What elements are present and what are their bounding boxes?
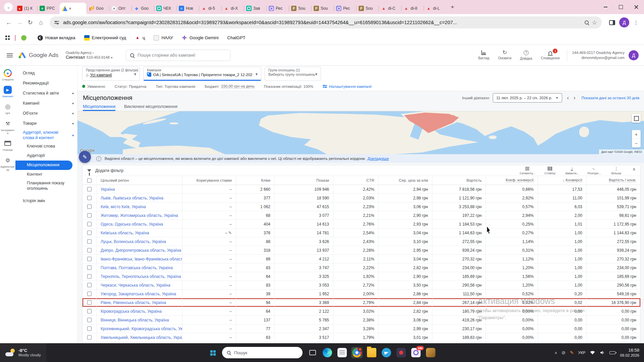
previous-range-button[interactable]: ‹ xyxy=(567,95,569,101)
row-checkbox[interactable] xyxy=(87,257,92,261)
bid-adjustment-cell[interactable]: – xyxy=(182,333,236,342)
column-header[interactable]: Коригування ставки xyxy=(182,176,236,185)
minimize-button[interactable] xyxy=(598,0,613,14)
region-link[interactable]: Тернопіль, Тернопільська область, Україн… xyxy=(97,272,182,281)
table-row[interactable]: Івано-Франківськ, Івано-Франківська обла… xyxy=(83,255,640,263)
browser-tab[interactable]: Рес xyxy=(266,3,289,14)
do-not-disturb-icon[interactable]: ⊘ xyxy=(561,350,566,355)
table-row[interactable]: Полтава, Полтавська область, Україна – 8… xyxy=(83,263,640,272)
browser-tab[interactable]: di-X xyxy=(221,3,244,14)
row-checkbox[interactable] xyxy=(87,204,92,209)
browser-tab[interactable]: Sou xyxy=(356,3,379,14)
browser-tab[interactable]: di-5 xyxy=(199,3,221,14)
taskbar-app-icon[interactable]: 180 xyxy=(410,347,422,358)
taskbar-app-icon[interactable] xyxy=(351,347,363,358)
bid-adjustment-cell[interactable]: – xyxy=(182,298,236,307)
bookmark-item[interactable]: НААУ xyxy=(154,35,173,41)
account-dropdown-icon[interactable]: ▾ xyxy=(111,56,113,59)
view-button[interactable]: Вигляд xyxy=(478,50,489,60)
browser-tab[interactable]: di-8 xyxy=(401,3,424,14)
region-link[interactable]: Івано-Франківськ, Івано-Франківська обла… xyxy=(97,255,182,263)
browser-tab[interactable] xyxy=(60,3,87,14)
account-switcher[interactable]: Osadchiy Agency › Синтезал510-453-9148▾ xyxy=(66,51,112,60)
column-header[interactable]: Вартість xyxy=(432,176,486,185)
back-button[interactable]: ← xyxy=(3,17,14,28)
url-bar[interactable]: ads.google.com/aw/locations?campaignId=2… xyxy=(50,16,602,28)
nav-item[interactable]: Історія змін xyxy=(15,196,77,206)
enabled-status[interactable]: Увімкнено xyxy=(87,84,105,88)
close-button[interactable] xyxy=(629,0,644,14)
zoom-icon[interactable] xyxy=(585,20,589,24)
rail-item[interactable]: Адміністратор xyxy=(0,156,15,171)
date-range-dropdown[interactable]: 11 лют. 2025 р. – 22 січ. 2026 р.▼ xyxy=(493,93,562,103)
region-link[interactable]: Ужгород, Закарпатська область, Україна xyxy=(97,290,182,298)
table-row[interactable]: Дніпро, Дніпропетровська область, Україн… xyxy=(83,246,640,255)
region-link[interactable]: Луцьк, Волинська область, Україна xyxy=(97,237,182,246)
browser-tab[interactable]: Рес xyxy=(334,3,356,14)
new-tab-button[interactable]: + xyxy=(448,3,457,11)
browser-profile-avatar[interactable]: Д xyxy=(619,17,629,27)
region-link[interactable]: Одеса, Одеська область, Україна xyxy=(97,220,182,228)
rail-item[interactable]: Інструменти xyxy=(0,120,15,135)
battery-icon[interactable] xyxy=(609,351,615,354)
nav-item[interactable]: Об'єкти ▾ xyxy=(15,109,77,119)
rail-item[interactable]: Цілі xyxy=(0,103,15,115)
row-checkbox[interactable] xyxy=(87,326,92,331)
region-link[interactable]: Київська область, Україна xyxy=(97,229,182,237)
table-row[interactable]: Тернопіль, Тернопільська область, Україн… xyxy=(83,272,640,281)
browser-tab[interactable]: ЧЕК xyxy=(154,3,176,14)
row-checkbox[interactable] xyxy=(87,265,92,270)
bookmark-item[interactable]: ChatGPT xyxy=(227,35,246,40)
bid-adjustment-cell[interactable]: – xyxy=(182,211,236,220)
bid-adjustment-cell[interactable]: – xyxy=(182,220,236,228)
side-panel-icon[interactable] xyxy=(609,20,615,25)
site-info-icon[interactable] xyxy=(54,20,59,24)
region-link[interactable]: Львів, Львівська область, Україна xyxy=(97,194,182,202)
table-row[interactable]: Рівне, Рівненська область, Україна – 94 … xyxy=(83,298,640,307)
ads-profile-avatar[interactable]: Д xyxy=(629,50,639,60)
browser-tab[interactable]: Sou xyxy=(311,3,334,14)
table-row[interactable]: Черкаси, Черкаська область, Україна – 83… xyxy=(83,281,640,290)
table-action-button[interactable]: Розгорн... xyxy=(587,166,601,175)
forward-button[interactable]: → xyxy=(14,17,25,28)
nav-item[interactable]: Ключові слова xyxy=(15,142,77,151)
rail-item[interactable]: Платежі xyxy=(0,139,15,152)
refresh-data-button[interactable]: ↻Оновити xyxy=(498,50,512,60)
table-action-button[interactable]: Сегменту... xyxy=(520,166,535,175)
browser-tab[interactable]: di-L xyxy=(424,3,446,14)
taskbar-app-icon[interactable] xyxy=(395,347,407,358)
rail-item[interactable]: Створити xyxy=(0,69,15,81)
table-row[interactable]: Кіровоградська область, Україна – 64 2 1… xyxy=(83,307,640,316)
browser-tab[interactable]: (1) К xyxy=(15,3,37,14)
edit-locations-fab[interactable]: ✎ xyxy=(79,151,91,163)
bid-adjustment-cell[interactable]: – xyxy=(182,185,236,193)
zoom-out-button[interactable]: − xyxy=(632,139,641,147)
column-header[interactable]: CTR xyxy=(333,176,379,185)
map-fullscreen-button[interactable] xyxy=(632,114,641,123)
row-checkbox[interactable] xyxy=(87,283,92,287)
row-checkbox[interactable] xyxy=(87,239,92,244)
tab-search-button[interactable]: ⌄ xyxy=(4,3,13,11)
table-row[interactable]: Хмельницький, Хмельницька область, Украї… xyxy=(83,333,640,342)
table-action-button[interactable]: Більше xyxy=(609,166,624,175)
row-checkbox[interactable] xyxy=(87,274,92,279)
table-action-button[interactable]: Заванта... xyxy=(565,166,579,175)
table-row[interactable]: Вінниця, Вінницька область, Україна – 13… xyxy=(83,316,640,324)
taskbar-app-icon[interactable] xyxy=(366,347,377,358)
browser-tab[interactable]: Нов xyxy=(176,3,199,14)
region-link[interactable]: Кропивницький, Кіровоградська область, У… xyxy=(97,324,182,333)
bid-adjustment-cell[interactable]: – xyxy=(182,202,236,211)
table-row[interactable]: Ужгород, Закарпатська область, Україна –… xyxy=(83,290,640,298)
table-row[interactable]: Київська область, Україна – ✎ 376 14 781… xyxy=(83,229,640,237)
table-row[interactable]: Одеса, Одеська область, Україна – 404 14… xyxy=(83,220,640,229)
taskbar-app-icon[interactable] xyxy=(425,347,436,358)
table-row[interactable]: Луцьк, Волинська область, Україна – 88 3… xyxy=(83,237,640,246)
row-checkbox[interactable] xyxy=(87,309,92,313)
region-link[interactable]: Кіровоградська область, Україна xyxy=(97,307,182,315)
row-checkbox[interactable] xyxy=(87,231,92,235)
bid-adjustment-cell[interactable]: – xyxy=(182,246,236,254)
tab-locations[interactable]: Місцеположення xyxy=(83,104,115,111)
bookmark-item[interactable]: Новая вкладка xyxy=(38,35,75,41)
nav-item[interactable]: Огляд xyxy=(15,68,77,78)
row-checkbox[interactable] xyxy=(87,300,92,305)
